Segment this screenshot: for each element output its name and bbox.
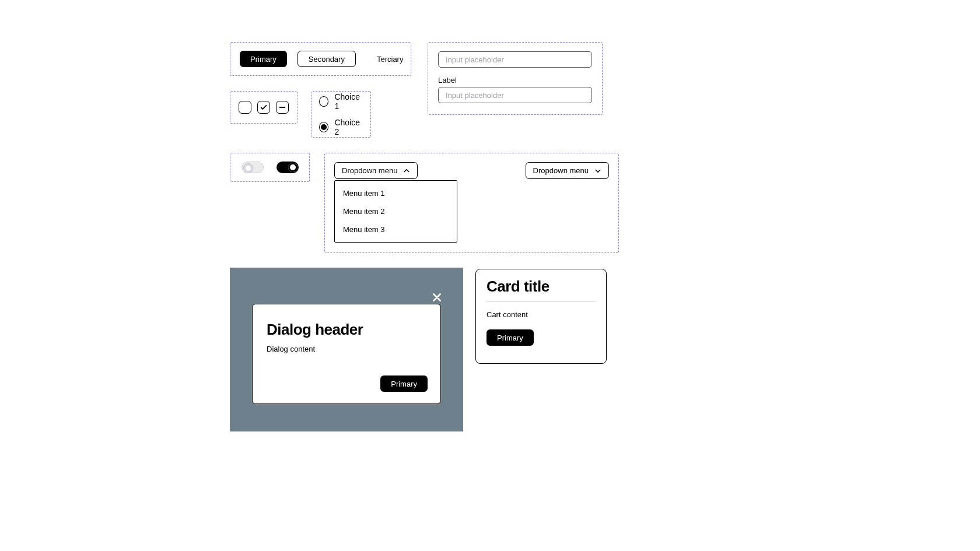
dropdown-label: Dropdown menu xyxy=(342,166,397,175)
dialog-overlay: Dialog header Dialog content Primary xyxy=(230,268,463,431)
dialog-primary-button[interactable]: Primary xyxy=(380,375,428,392)
card-title: Card title xyxy=(487,278,596,296)
minus-icon xyxy=(278,103,286,111)
dropdown-menu: Menu item 1 Menu item 2 Menu item 3 xyxy=(334,180,457,243)
checkbox-checked[interactable] xyxy=(257,101,270,114)
card-primary-button[interactable]: Primary xyxy=(487,329,534,346)
card-content: Cart content xyxy=(487,310,596,319)
dropdown-open[interactable]: Dropdown menu xyxy=(334,162,418,179)
radio-icon xyxy=(319,96,328,107)
radio-label: Choice 1 xyxy=(334,92,363,111)
divider xyxy=(487,301,596,302)
radio-icon xyxy=(319,122,328,132)
secondary-button[interactable]: Secondary xyxy=(298,51,356,67)
chevron-up-icon xyxy=(403,167,410,174)
menu-item-2[interactable]: Menu item 2 xyxy=(335,202,457,220)
input-label: Label xyxy=(438,76,592,85)
toggle-on[interactable] xyxy=(276,162,299,173)
chevron-down-icon xyxy=(594,167,601,174)
menu-item-3[interactable]: Menu item 3 xyxy=(335,220,457,238)
dialog: Dialog header Dialog content Primary xyxy=(252,304,441,404)
close-icon[interactable] xyxy=(432,292,442,305)
menu-item-1[interactable]: Menu item 1 xyxy=(335,184,457,202)
toggle-off[interactable] xyxy=(242,162,264,173)
dialog-content: Dialog content xyxy=(267,345,426,353)
radio-choice-2[interactable]: Choice 2 xyxy=(319,118,363,136)
dialog-header: Dialog header xyxy=(267,321,426,339)
text-input[interactable] xyxy=(438,51,592,68)
dropdown-closed[interactable]: Dropdown menu xyxy=(526,162,609,179)
checkbox-unchecked[interactable] xyxy=(239,101,251,114)
terciary-button[interactable]: Terciary xyxy=(366,51,414,67)
text-input-labelled[interactable] xyxy=(438,87,592,103)
card: Card title Cart content Primary xyxy=(475,269,607,364)
dropdown-label: Dropdown menu xyxy=(533,166,589,175)
radio-label: Choice 2 xyxy=(334,118,363,136)
radio-choice-1[interactable]: Choice 1 xyxy=(319,92,363,111)
check-icon xyxy=(260,103,268,111)
checkbox-indeterminate[interactable] xyxy=(276,101,289,114)
primary-button[interactable]: Primary xyxy=(240,51,287,67)
